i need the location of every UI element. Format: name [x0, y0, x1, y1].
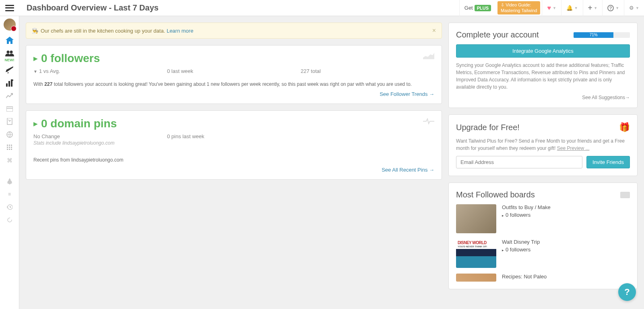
nav-trending[interactable] — [0, 175, 19, 188]
gear-icon: ⚙ — [629, 5, 634, 11]
video-guide-button[interactable]: ⇩ Video Guide: Mastering Tailwind — [497, 1, 540, 14]
alert-text: Our chefs are still in the kitchen cooki… — [41, 28, 165, 34]
nav-calendar[interactable] — [0, 102, 19, 115]
stat-total: 227 total — [301, 68, 434, 74]
hamburger-icon — [5, 5, 14, 11]
see-all-recent-pins-link[interactable]: See All Recent Pins → — [382, 167, 434, 173]
see-all-suggestions-link[interactable]: See All Suggestions→ — [582, 95, 630, 100]
alert-learn-more-link[interactable]: Learn more — [167, 28, 193, 34]
followers-title: 0 followers — [41, 52, 100, 65]
nav-home[interactable] — [0, 34, 19, 47]
svg-rect-2 — [6, 83, 8, 87]
stat-last-week: 0 last week — [167, 68, 301, 74]
board-name: Outfits to Buy / Make — [502, 204, 630, 210]
pins-stats: No Change Stats include lindsaypietroluo… — [33, 133, 434, 146]
svg-rect-11 — [9, 145, 10, 146]
nav-publish[interactable] — [0, 64, 19, 77]
help-fab-button[interactable]: ? — [618, 283, 636, 301]
board-followers: ▸0 followers — [502, 212, 630, 218]
get-plus-link[interactable]: Get PLUS — [459, 0, 496, 16]
right-triangle-icon: ▸ — [502, 248, 504, 252]
followers-description: With 227 total followers your account is… — [33, 81, 434, 87]
boards-grid-icon — [620, 192, 630, 198]
svg-rect-18 — [11, 149, 12, 150]
sidebar: NEW! ⌘ ≡ — [0, 16, 19, 302]
video-guide-line1: ⇩ Video Guide: — [501, 2, 537, 8]
chart-icon — [423, 52, 434, 61]
bell-icon: 🔔 — [566, 5, 573, 11]
stat-no-change: No Change Stats include lindsaypietroluo… — [33, 133, 167, 146]
board-thumbnail — [456, 274, 496, 282]
board-thumbnail — [456, 204, 496, 233]
invite-email-input[interactable] — [456, 156, 582, 168]
svg-rect-3 — [8, 81, 10, 87]
complete-account-text: Syncing your Google Analytics account to… — [456, 62, 630, 91]
nav-refresh[interactable] — [0, 214, 19, 226]
followers-header[interactable]: ▶ 0 followers — [33, 52, 434, 65]
domain-pins-header[interactable]: ▶ 0 domain pins — [33, 117, 434, 130]
board-name: Walt Disney Trip — [502, 239, 630, 245]
svg-point-20 — [8, 218, 12, 222]
upgrade-text: Want Tailwind Plus for Free? Send a Free… — [456, 137, 630, 152]
complete-account-panel: Complete your account 71% Integrate Goog… — [448, 23, 638, 108]
upgrade-panel: Upgrade for Free! 🎁 Want Tailwind Plus f… — [448, 114, 638, 176]
nav-trends[interactable] — [0, 89, 19, 102]
chef-icon: 👨‍🍳 — [32, 28, 38, 34]
new-badge: NEW! — [5, 58, 14, 62]
board-followers: ▸0 followers — [502, 247, 630, 253]
invite-friends-button[interactable]: Invite Friends — [586, 156, 630, 168]
help-menu[interactable]: ?▼ — [602, 0, 624, 16]
nav-insights[interactable] — [0, 115, 19, 128]
nav-list[interactable]: ≡ — [0, 188, 19, 201]
gift-icon: 🎁 — [619, 122, 630, 133]
recent-pins-label: Recent pins from lindsaypietroluongo.com — [33, 157, 434, 163]
info-alert: 👨‍🍳 Our chefs are still in the kitchen c… — [26, 23, 442, 39]
svg-rect-15 — [11, 147, 12, 148]
upgrade-title: Upgrade for Free! 🎁 — [456, 122, 630, 133]
plus-icon: + — [588, 4, 592, 12]
board-item[interactable]: Outfits to Buy / Make ▸0 followers — [456, 204, 630, 233]
nav-analytics[interactable] — [0, 77, 19, 89]
see-preview-link[interactable]: See Preview ... — [557, 145, 590, 151]
get-label: Get — [464, 5, 473, 11]
board-item[interactable]: Walt Disney Trip ▸0 followers — [456, 239, 630, 268]
stat-pins-last-week: 0 pins last week — [167, 133, 301, 146]
notifications-menu[interactable]: 🔔▼ — [561, 0, 583, 16]
see-follower-trends-link[interactable]: See Follower Trends → — [380, 91, 434, 97]
boards-title: Most Followed boards — [456, 190, 630, 199]
svg-rect-13 — [7, 147, 8, 148]
alert-close-button[interactable]: × — [432, 27, 436, 34]
svg-rect-16 — [7, 149, 8, 150]
add-menu[interactable]: +▼ — [583, 0, 602, 16]
favorites-menu[interactable]: ♥▼ — [542, 0, 561, 16]
plus-badge: PLUS — [475, 5, 491, 11]
right-triangle-icon: ▸ — [502, 214, 504, 218]
heart-icon: ♥ — [547, 4, 551, 12]
stat-vs-avg: ▼1 vs Avg. — [33, 68, 167, 74]
main-column: 👨‍🍳 Our chefs are still in the kitchen c… — [26, 23, 442, 296]
nav-link[interactable]: ⌘ — [0, 154, 19, 167]
nav-globe[interactable] — [0, 128, 19, 141]
account-progress: 71% — [574, 32, 630, 38]
board-name: Recipes: Not Paleo — [502, 274, 630, 280]
integrate-ga-button[interactable]: Integrate Google Analytics — [456, 44, 630, 58]
chevron-down-icon: ▼ — [574, 6, 578, 10]
pinterest-badge-icon — [11, 26, 17, 31]
nav-history[interactable] — [0, 201, 19, 214]
expand-icon: ▶ — [33, 120, 38, 127]
content: 👨‍🍳 Our chefs are still in the kitchen c… — [19, 16, 644, 302]
chevron-down-icon: ▼ — [636, 6, 639, 10]
settings-menu[interactable]: ⚙▼ — [624, 0, 644, 16]
followers-panel: ▶ 0 followers ▼1 vs Avg. 0 last week 227… — [26, 45, 442, 104]
menu-toggle-button[interactable] — [0, 0, 19, 16]
svg-rect-14 — [9, 147, 10, 148]
user-avatar[interactable] — [4, 19, 16, 31]
most-followed-boards-panel: Most Followed boards Outfits to Buy / Ma… — [448, 182, 638, 289]
nav-apps[interactable] — [0, 141, 19, 154]
svg-point-1 — [10, 51, 12, 54]
board-item[interactable]: Recipes: Not Paleo — [456, 274, 630, 282]
svg-rect-6 — [6, 107, 13, 112]
down-triangle-icon: ▼ — [33, 69, 37, 74]
chevron-down-icon: ▼ — [615, 6, 619, 10]
pulse-icon — [423, 117, 434, 127]
